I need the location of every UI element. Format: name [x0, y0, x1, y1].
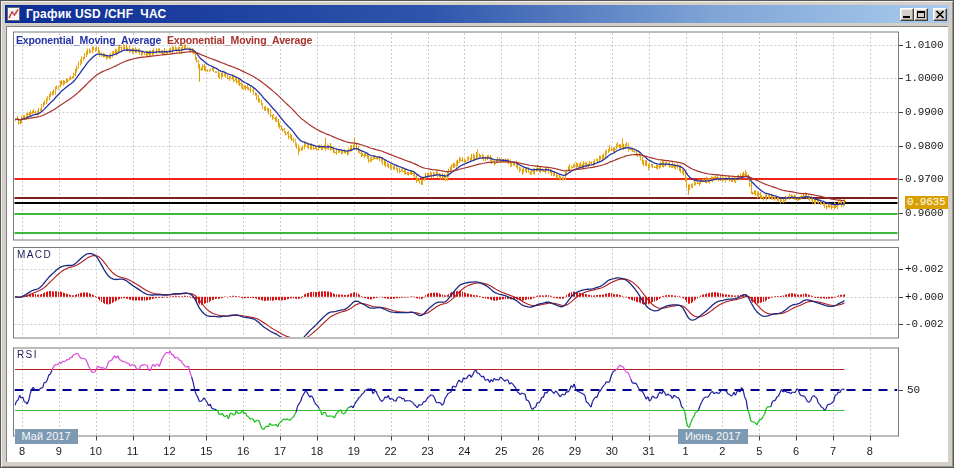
screen: График USD /CHF ЧАС Exponent: [0, 0, 954, 468]
chart-canvas[interactable]: [0, 0, 954, 468]
